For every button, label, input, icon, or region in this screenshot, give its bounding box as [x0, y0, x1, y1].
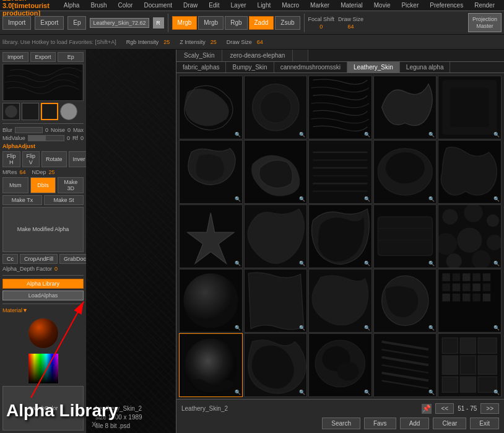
prev-page-button[interactable]: <<: [435, 403, 454, 414]
zsub-btn[interactable]: Zsub: [275, 16, 300, 30]
tab-canned-mushrooms[interactable]: cannedmushroomsski: [274, 62, 347, 72]
switch-color-btn[interactable]: SwitchColor: [2, 386, 84, 431]
alpha-cell-12[interactable]: 🔍: [244, 204, 308, 268]
alpha-cell-18[interactable]: 🔍: [308, 269, 372, 333]
menu-item-picker[interactable]: Picker: [399, 2, 420, 9]
menu-item-document[interactable]: Document: [142, 2, 174, 9]
add-button[interactable]: Add: [400, 418, 430, 429]
alpha-sphere[interactable]: [60, 103, 77, 120]
midvalue-slider[interactable]: [28, 135, 64, 141]
load-alphas-button[interactable]: LoadAlphas: [2, 291, 84, 300]
alpha-cell-22[interactable]: 🔍: [244, 333, 308, 397]
color-picker[interactable]: [28, 353, 59, 384]
alpha-cell-17[interactable]: 🔍: [244, 269, 308, 333]
tab-leguna-alpha[interactable]: Leguna alpha: [400, 62, 451, 72]
menu-item-brush[interactable]: Brush: [89, 2, 108, 9]
alpha-mini-3-selected[interactable]: [41, 103, 58, 120]
search-button[interactable]: Search: [322, 418, 360, 429]
clear-button[interactable]: Clear: [433, 418, 466, 429]
alpha-cell-13[interactable]: 🔍: [308, 204, 372, 268]
alpha-cell-21[interactable]: 🔍: [179, 333, 243, 397]
menu-item-alpha[interactable]: Alpha: [62, 2, 82, 9]
alpha-mini-1[interactable]: [2, 103, 20, 120]
invert-btn[interactable]: Inver: [69, 151, 87, 167]
sidebar-export-btn[interactable]: Export: [30, 52, 56, 62]
tab-leathery-skin[interactable]: Leathery_Skin: [347, 62, 400, 72]
tab-empty[interactable]: [293, 50, 308, 61]
alpha-cell-10[interactable]: 🔍: [438, 140, 502, 204]
alpha-cell-20[interactable]: 🔍: [438, 269, 502, 333]
alpha-r-button[interactable]: R: [153, 17, 164, 28]
ep-button[interactable]: Ep: [67, 16, 86, 30]
alpha-mini-2[interactable]: [22, 103, 39, 120]
menu-item-render[interactable]: Render: [472, 2, 497, 9]
flip-h-btn[interactable]: Flip H: [2, 151, 20, 167]
import-button[interactable]: Import: [2, 16, 31, 30]
alpha-cell-14[interactable]: 🔍: [373, 204, 437, 268]
alpha-cell-5[interactable]: 🔍: [438, 76, 502, 139]
make-tx-btn[interactable]: Make Tx: [2, 195, 42, 205]
menu-item-marker[interactable]: Marker: [308, 2, 331, 9]
menu-item-edit[interactable]: Edit: [207, 2, 221, 9]
tab-fabric-alphas[interactable]: fabric_alphas: [176, 62, 226, 72]
zoom-icon-12: 🔍: [299, 261, 305, 266]
tab-zero-deans[interactable]: zero-deans-elephan: [222, 50, 293, 61]
canvas-area[interactable]: X F Leathery_Skin_2 size 1800 x 1989 fil…: [87, 50, 504, 433]
projection-master-btn[interactable]: ProjectionMaster: [468, 13, 502, 33]
alpha-cell-9[interactable]: 🔍: [373, 140, 437, 204]
alpha-cell-19[interactable]: 🔍: [373, 269, 437, 333]
maketx-makest-row: Make Tx Make St: [2, 195, 84, 205]
grab-doc-btn[interactable]: GrabDoc: [59, 254, 87, 264]
tab-bumpy-skin[interactable]: Bumpy_Skin: [226, 62, 274, 72]
crop-fill-btn[interactable]: CropAndFill: [20, 254, 58, 264]
alpha-library-button[interactable]: Alpha Library: [2, 279, 84, 289]
sidebar-import-btn[interactable]: Import: [2, 52, 28, 62]
cc-btn[interactable]: Cc: [2, 254, 18, 264]
alpha-cell-23[interactable]: 🔍: [308, 333, 372, 397]
alpha-cell-25[interactable]: 🔍: [438, 333, 502, 397]
exit-button[interactable]: Exit: [470, 418, 499, 429]
make-modified-alpha-btn[interactable]: Make Modified Alpha: [2, 207, 84, 252]
alpha-cell-3[interactable]: 🔍: [308, 76, 372, 139]
alpha-cell-15[interactable]: 🔍: [438, 204, 502, 268]
menu-item-layer[interactable]: Layer: [229, 2, 248, 9]
menu-item-light[interactable]: Light: [256, 2, 273, 9]
alpha-cell-16[interactable]: 🔍: [179, 269, 243, 333]
menu-item-preferences[interactable]: Preferences: [428, 2, 465, 9]
rf-label: Rf: [72, 135, 78, 141]
pin-icon[interactable]: 📌: [422, 404, 432, 414]
menu-item-movie[interactable]: Movie: [372, 2, 393, 9]
make3d-btn[interactable]: Make 3D: [58, 177, 84, 193]
menu-item-color[interactable]: Color: [116, 2, 135, 9]
sidebar-ep-btn[interactable]: Ep: [58, 52, 84, 62]
alpha-cell-8[interactable]: 🔍: [308, 140, 372, 204]
next-page-button[interactable]: >>: [480, 403, 499, 414]
svg-point-37: [487, 214, 499, 227]
mrgb-btn[interactable]: Mrgb: [172, 16, 198, 30]
rgb-btn[interactable]: Rgb: [225, 16, 247, 30]
make-st-btn[interactable]: Make St: [44, 195, 84, 205]
zoom-icon-7: 🔍: [299, 196, 305, 202]
menu-item-material[interactable]: Material: [339, 2, 365, 9]
alpha-cell-1[interactable]: 🔍: [179, 76, 243, 139]
tab-scaly-skin[interactable]: Scaly_Skin: [176, 50, 222, 61]
alpha-cell-6[interactable]: 🔍: [179, 140, 243, 204]
menu-item-draw[interactable]: Draw: [181, 2, 199, 9]
zadd-btn[interactable]: Zadd: [249, 16, 274, 30]
alpha-cell-11[interactable]: 🔍: [179, 204, 243, 268]
flip-v-btn[interactable]: Flip V: [22, 151, 40, 167]
favs-button[interactable]: Favs: [364, 418, 396, 429]
menu-item-macro[interactable]: Macro: [280, 2, 301, 9]
material-ball[interactable]: [28, 318, 59, 349]
alpha-cell-2[interactable]: 🔍: [244, 76, 308, 139]
mrgb2-btn[interactable]: Mrgb: [198, 16, 224, 30]
alpha-cell-4[interactable]: 🔍: [373, 76, 437, 139]
rotate-btn[interactable]: Rotate: [41, 151, 67, 167]
export-button[interactable]: Export: [35, 16, 64, 30]
blur-slider[interactable]: [15, 127, 43, 133]
msm-btn[interactable]: Msm: [2, 177, 28, 193]
alpha-cell-24[interactable]: 🔍: [373, 333, 437, 397]
alpha-cell-7[interactable]: 🔍: [244, 140, 308, 204]
midvalue-val: 0: [67, 135, 70, 141]
dbls-btn[interactable]: DbIs: [30, 177, 56, 193]
